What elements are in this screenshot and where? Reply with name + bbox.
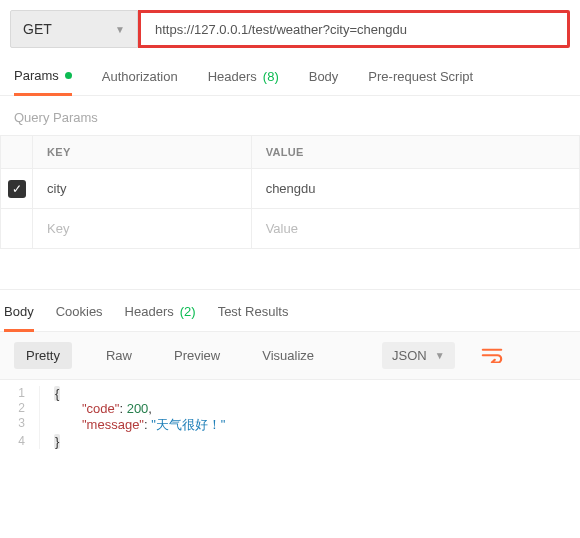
format-label: JSON	[392, 348, 427, 363]
tab-authorization[interactable]: Authorization	[102, 68, 178, 95]
params-header-checkbox	[1, 136, 33, 169]
params-table: KEY VALUE ✓ city chengdu Key Value	[0, 135, 580, 249]
response-tabs: Body Cookies Headers (2) Test Results	[0, 289, 580, 332]
code-line: 3 "message": "天气很好！"	[0, 416, 580, 434]
http-method-label: GET	[23, 21, 52, 37]
chevron-down-icon: ▼	[435, 350, 445, 361]
chevron-down-icon: ▼	[115, 24, 125, 35]
param-checkbox-cell[interactable]	[1, 209, 33, 249]
resp-tab-headers[interactable]: Headers (2)	[125, 304, 196, 331]
param-value-cell[interactable]: chengdu	[251, 169, 579, 209]
table-row[interactable]: Key Value	[1, 209, 580, 249]
query-params-heading: Query Params	[0, 96, 580, 135]
line-number: 2	[0, 401, 40, 416]
resp-tab-tests[interactable]: Test Results	[218, 304, 289, 331]
params-header-value: VALUE	[251, 136, 579, 169]
tab-params-label: Params	[14, 68, 59, 83]
line-number: 1	[0, 386, 40, 401]
format-dropdown[interactable]: JSON ▼	[382, 342, 455, 369]
request-tabs: Params Authorization Headers (8) Body Pr…	[0, 54, 580, 96]
line-number: 3	[0, 416, 40, 434]
url-input[interactable]	[155, 22, 553, 37]
view-preview-button[interactable]: Preview	[166, 342, 228, 369]
tab-headers-count: (8)	[263, 69, 279, 84]
resp-tab-headers-label: Headers	[125, 304, 174, 321]
code-line: 4 }	[0, 434, 580, 449]
tab-headers-label: Headers	[208, 69, 257, 84]
view-pretty-button[interactable]: Pretty	[14, 342, 72, 369]
brace-close: }	[54, 434, 60, 449]
json-key: "code"	[82, 401, 119, 416]
tab-headers[interactable]: Headers (8)	[208, 68, 279, 95]
brace-open: {	[54, 386, 60, 401]
tab-prerequest[interactable]: Pre-request Script	[368, 68, 473, 95]
line-number: 4	[0, 434, 40, 449]
param-key-placeholder[interactable]: Key	[33, 209, 252, 249]
json-string: "天气很好！"	[151, 417, 225, 432]
json-key: "message"	[82, 417, 144, 432]
code-line: 1 {	[0, 386, 580, 401]
param-value-placeholder[interactable]: Value	[251, 209, 579, 249]
response-view-bar: Pretty Raw Preview Visualize JSON ▼	[0, 332, 580, 380]
url-input-container	[138, 10, 570, 48]
resp-tab-body[interactable]: Body	[4, 304, 34, 332]
param-key-cell[interactable]: city	[33, 169, 252, 209]
param-checkbox-cell[interactable]: ✓	[1, 169, 33, 209]
http-method-dropdown[interactable]: GET ▼	[10, 10, 138, 48]
status-dot-icon	[65, 72, 72, 79]
checkbox-checked-icon: ✓	[8, 180, 26, 198]
json-number: 200	[127, 401, 149, 416]
code-line: 2 "code": 200,	[0, 401, 580, 416]
resp-tab-headers-count: (2)	[180, 304, 196, 321]
params-header-key: KEY	[33, 136, 252, 169]
table-row[interactable]: ✓ city chengdu	[1, 169, 580, 209]
response-body: 1 { 2 "code": 200, 3 "message": "天气很好！" …	[0, 380, 580, 469]
view-raw-button[interactable]: Raw	[98, 342, 140, 369]
wrap-lines-icon[interactable]	[481, 347, 503, 365]
tab-body[interactable]: Body	[309, 68, 339, 95]
tab-params[interactable]: Params	[14, 68, 72, 96]
resp-tab-cookies[interactable]: Cookies	[56, 304, 103, 331]
view-visualize-button[interactable]: Visualize	[254, 342, 322, 369]
